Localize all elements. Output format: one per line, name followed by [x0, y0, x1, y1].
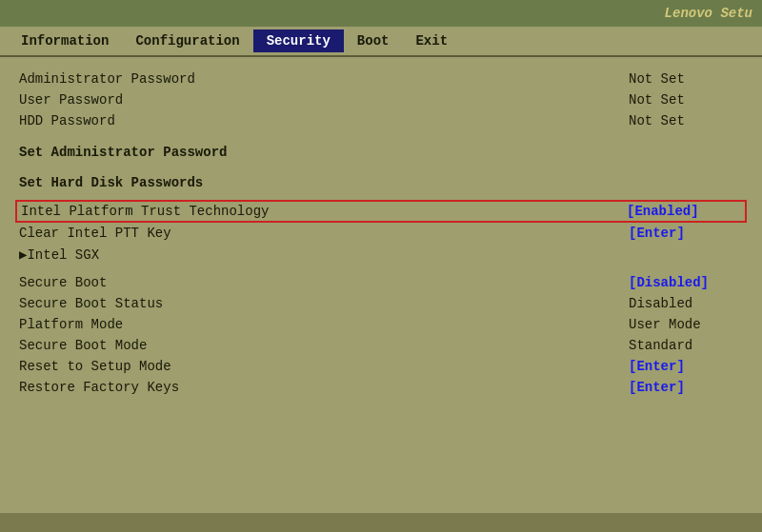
hdd-password-label: HDD Password	[19, 113, 115, 128]
admin-password-value: Not Set	[629, 71, 743, 87]
lenovo-branding: Lenovo Setu	[665, 6, 752, 21]
restore-factory-keys-row[interactable]: Restore Factory Keys [Enter]	[15, 377, 747, 398]
intel-ptt-value: [Enabled]	[627, 204, 741, 219]
reset-setup-mode-row[interactable]: Reset to Setup Mode [Enter]	[15, 356, 747, 377]
menu-bar: Information Configuration Security Boot …	[0, 27, 762, 57]
set-admin-password-header[interactable]: Set Administrator Password	[15, 139, 747, 162]
restore-factory-keys-label: Restore Factory Keys	[19, 380, 179, 395]
clear-intel-ptt-value: [Enter]	[629, 226, 743, 241]
top-bar: Lenovo Setu	[0, 0, 762, 27]
platform-mode-label: Platform Mode	[19, 317, 123, 332]
user-password-value: Not Set	[629, 92, 743, 108]
intel-sgx-row[interactable]: ▶Intel SGX	[15, 244, 747, 265]
user-password-label: User Password	[19, 92, 123, 108]
user-password-row: User Password Not Set	[15, 89, 747, 110]
clear-intel-ptt-row[interactable]: Clear Intel PTT Key [Enter]	[15, 223, 747, 244]
hdd-password-value: Not Set	[629, 113, 743, 128]
menu-item-configuration[interactable]: Configuration	[122, 30, 252, 52]
menu-item-security[interactable]: Security	[253, 30, 344, 52]
menu-item-boot[interactable]: Boot	[344, 30, 403, 52]
hdd-password-row: HDD Password Not Set	[15, 110, 747, 131]
reset-setup-mode-label: Reset to Setup Mode	[19, 359, 171, 374]
platform-mode-value: User Mode	[629, 317, 743, 332]
restore-factory-keys-value: [Enter]	[629, 380, 743, 395]
menu-item-information[interactable]: Information	[8, 30, 122, 52]
admin-password-label: Administrator Password	[19, 71, 195, 87]
secure-boot-status-label: Secure Boot Status	[19, 296, 163, 311]
secure-boot-status-row: Secure Boot Status Disabled	[15, 293, 747, 314]
intel-ptt-label: Intel Platform Trust Technology	[21, 204, 269, 219]
clear-intel-ptt-label: Clear Intel PTT Key	[19, 226, 171, 241]
bios-screen: Lenovo Setu Information Configuration Se…	[0, 0, 762, 532]
bottom-bar	[0, 513, 762, 532]
content-area: Administrator Password Not Set User Pass…	[0, 57, 762, 513]
secure-boot-mode-label: Secure Boot Mode	[19, 338, 147, 353]
menu-item-exit[interactable]: Exit	[402, 30, 461, 52]
reset-setup-mode-value: [Enter]	[629, 359, 743, 374]
intel-sgx-label: ▶Intel SGX	[19, 246, 99, 263]
platform-mode-row: Platform Mode User Mode	[15, 314, 747, 335]
secure-boot-mode-row: Secure Boot Mode Standard	[15, 335, 747, 356]
intel-ptt-row[interactable]: Intel Platform Trust Technology [Enabled…	[15, 200, 747, 223]
secure-boot-value: [Disabled]	[629, 275, 743, 290]
secure-boot-row[interactable]: Secure Boot [Disabled]	[15, 272, 747, 293]
secure-boot-status-value: Disabled	[629, 296, 743, 311]
secure-boot-mode-value: Standard	[629, 338, 743, 353]
set-hdd-password-header[interactable]: Set Hard Disk Passwords	[15, 169, 747, 192]
admin-password-row: Administrator Password Not Set	[15, 69, 747, 89]
secure-boot-label: Secure Boot	[19, 275, 107, 290]
